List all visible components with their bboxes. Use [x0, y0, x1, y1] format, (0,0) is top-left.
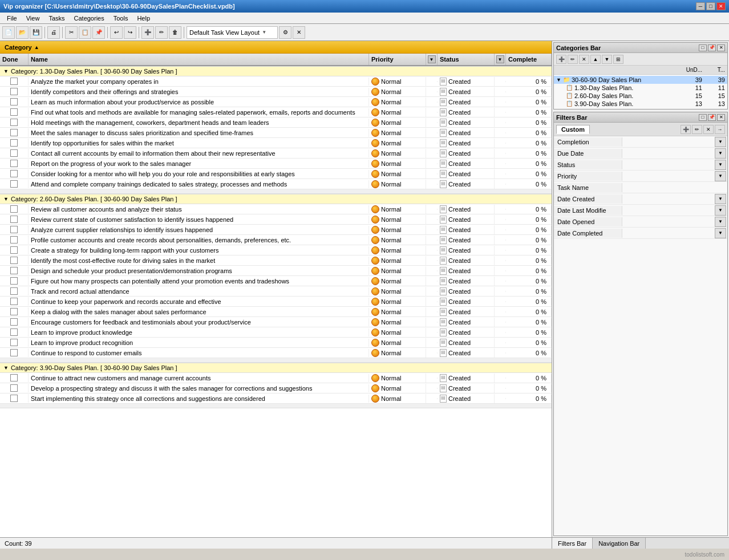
bottom-tab-1[interactable]: Navigation Bar — [593, 538, 646, 549]
filter-value-1[interactable] — [622, 152, 715, 155]
filter-tab-custom[interactable]: Custom — [556, 125, 590, 134]
tb-edit-btn[interactable]: ✏ — [155, 26, 168, 39]
tb-redo-btn[interactable]: ↪ — [124, 26, 136, 39]
table-row[interactable]: Analyze the market your company operates… — [0, 76, 552, 87]
task-checkbox[interactable] — [10, 298, 18, 305]
table-row[interactable]: Identify top opportunities for sales wit… — [0, 138, 552, 148]
table-row[interactable]: Create a strategy for building long-term… — [0, 245, 552, 255]
table-row[interactable]: Hold meetings with the management, cowor… — [0, 117, 552, 128]
task-checkbox[interactable] — [10, 277, 18, 285]
filter-dropdown-btn-0[interactable]: ▼ — [715, 137, 726, 147]
filter-del-btn[interactable]: ✕ — [703, 125, 714, 134]
task-checkbox[interactable] — [10, 339, 18, 346]
category-group-header-0[interactable]: ▼Category: 1.30-Day Sales Plan. [ 30-60-… — [0, 66, 552, 76]
task-checkbox[interactable] — [10, 78, 18, 85]
task-checkbox[interactable] — [10, 226, 18, 233]
tb-print-btn[interactable]: 🖨 — [47, 26, 60, 39]
table-row[interactable]: Contact all current accounts by email to… — [0, 148, 552, 159]
th-status-filter[interactable]: ▼ — [495, 54, 506, 65]
cats-up-btn[interactable]: ▲ — [590, 55, 601, 64]
task-checkbox[interactable] — [10, 205, 18, 213]
cats-expand-btn[interactable]: ⊞ — [613, 55, 623, 64]
tb-save-btn[interactable]: 💾 — [30, 26, 42, 39]
table-row[interactable]: Attend and complete company trainings de… — [0, 179, 552, 189]
cats-close-btn[interactable]: ✕ — [717, 44, 725, 51]
tb-layout-btn[interactable]: ⚙ — [279, 26, 291, 39]
menu-categories[interactable]: Categories — [70, 14, 109, 22]
maximize-button[interactable]: □ — [706, 2, 715, 10]
task-checkbox[interactable] — [10, 318, 18, 326]
tb-cut-btn[interactable]: ✂ — [65, 26, 78, 39]
category-group-header-1[interactable]: ▼Category: 2.60-Day Sales Plan. [ 30-60-… — [0, 194, 552, 204]
cats-pin-btn[interactable]: 📌 — [708, 44, 716, 51]
task-checkbox[interactable] — [10, 257, 18, 264]
table-row[interactable]: Continue to keep your paperwork and reco… — [0, 297, 552, 307]
task-checkbox[interactable] — [10, 267, 18, 274]
filter-dropdown-btn-1[interactable]: ▼ — [715, 148, 726, 159]
table-row[interactable]: Analyze current supplier relationships t… — [0, 225, 552, 235]
priority-filter-btn[interactable]: ▼ — [428, 55, 436, 63]
task-checkbox[interactable] — [10, 349, 18, 356]
tb-copy-btn[interactable]: 📋 — [79, 26, 91, 39]
table-row[interactable]: Encourage customers for feedback and tes… — [0, 317, 552, 327]
filter-value-4[interactable] — [622, 186, 715, 189]
table-row[interactable]: Start implementing this strategy once al… — [0, 393, 552, 404]
cat-expand-icon[interactable]: ▼ — [3, 196, 9, 202]
table-row[interactable]: Meet the sales manager to discuss sales … — [0, 128, 552, 138]
filter-edit-btn[interactable]: ✏ — [692, 125, 702, 134]
table-row[interactable]: Report on the progress of your work to t… — [0, 159, 552, 169]
filters-restore-btn[interactable]: □ — [699, 114, 707, 121]
filter-value-8[interactable] — [622, 232, 715, 234]
filter-value-2[interactable] — [622, 164, 715, 166]
filter-dropdown-btn-8[interactable]: ▼ — [715, 228, 726, 238]
table-row[interactable]: Learn as much information about your pro… — [0, 97, 552, 107]
table-row[interactable]: Identify the most cost-effective route f… — [0, 255, 552, 266]
cats-del-btn[interactable]: ✕ — [579, 55, 589, 64]
table-row[interactable]: Learn to improve product knowledge Norma… — [0, 327, 552, 338]
category-sort-header[interactable]: Category ▲ — [0, 41, 552, 54]
task-list[interactable]: ▼Category: 1.30-Day Sales Plan. [ 30-60-… — [0, 66, 552, 537]
filter-value-0[interactable] — [622, 141, 715, 143]
task-checkbox[interactable] — [10, 384, 18, 392]
filter-arrow-btn[interactable]: → — [715, 125, 725, 134]
tb-undo-btn[interactable]: ↩ — [110, 26, 123, 39]
task-checkbox[interactable] — [10, 139, 18, 147]
cats-tree-item[interactable]: 📋 1.30-Day Sales Plan. 11 11 — [554, 84, 727, 92]
task-checkbox[interactable] — [10, 129, 18, 136]
filter-value-6[interactable] — [622, 209, 715, 212]
table-row[interactable]: Continue to respond to customer emails N… — [0, 348, 552, 358]
filter-dropdown-btn-5[interactable]: ▼ — [715, 194, 726, 204]
tb-open-btn[interactable]: 📂 — [16, 26, 29, 39]
tb-del-layout-btn[interactable]: ✕ — [293, 26, 305, 39]
filters-close-btn[interactable]: ✕ — [717, 114, 725, 121]
filter-value-7[interactable] — [622, 221, 715, 223]
menu-view[interactable]: View — [22, 14, 44, 22]
cats-down-btn[interactable]: ▼ — [602, 55, 612, 64]
minimize-button[interactable]: ─ — [696, 2, 705, 10]
category-group-header-2[interactable]: ▼Category: 3.90-Day Sales Plan. [ 30-60-… — [0, 363, 552, 373]
table-row[interactable]: Consider looking for a mentor who will h… — [0, 169, 552, 179]
filter-dropdown-btn-3[interactable]: ▼ — [715, 171, 726, 181]
task-checkbox[interactable] — [10, 328, 18, 336]
task-checkbox[interactable] — [10, 216, 18, 223]
status-filter-btn[interactable]: ▼ — [496, 55, 504, 63]
tb-add-btn[interactable]: ➕ — [141, 26, 154, 39]
task-checkbox[interactable] — [10, 108, 18, 116]
cats-restore-btn[interactable]: □ — [699, 44, 707, 51]
task-checkbox[interactable] — [10, 395, 18, 402]
task-checkbox[interactable] — [10, 98, 18, 105]
filter-value-5[interactable] — [622, 198, 715, 200]
filter-value-3[interactable] — [622, 175, 715, 177]
cat-expand-icon[interactable]: ▼ — [3, 365, 9, 371]
filters-pin-btn[interactable]: 📌 — [708, 114, 716, 121]
table-row[interactable]: Develop a prospecting strategy and discu… — [0, 383, 552, 393]
task-checkbox[interactable] — [10, 308, 18, 315]
cat-expand-icon[interactable]: ▼ — [3, 68, 9, 74]
table-row[interactable]: Design and schedule your product present… — [0, 266, 552, 276]
task-checkbox[interactable] — [10, 119, 18, 126]
cats-tree-item[interactable]: 📋 2.60-Day Sales Plan. 15 15 — [554, 92, 727, 100]
task-checkbox[interactable] — [10, 374, 18, 382]
cats-tree-item[interactable]: ▼ 📁 30-60-90 Day Sales Plan 39 39 — [554, 76, 727, 84]
task-checkbox[interactable] — [10, 160, 18, 167]
tb-paste-btn[interactable]: 📌 — [92, 26, 105, 39]
